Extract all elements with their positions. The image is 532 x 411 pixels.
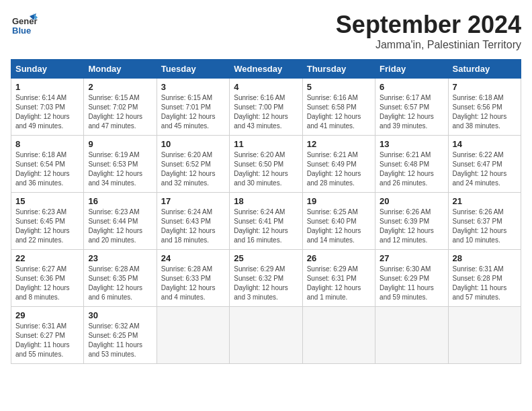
calendar-cell bbox=[157, 307, 229, 364]
day-info: Sunrise: 6:31 AMSunset: 6:28 PMDaylight:… bbox=[453, 265, 517, 302]
calendar-cell: 2Sunrise: 6:15 AMSunset: 7:02 PMDaylight… bbox=[84, 79, 157, 136]
day-number: 5 bbox=[307, 82, 371, 92]
day-number: 14 bbox=[453, 139, 517, 149]
calendar-cell: 11Sunrise: 6:20 AMSunset: 6:50 PMDayligh… bbox=[230, 136, 302, 193]
calendar-cell: 6Sunrise: 6:17 AMSunset: 6:57 PMDaylight… bbox=[375, 79, 448, 136]
week-row-1: 1Sunrise: 6:14 AMSunset: 7:03 PMDaylight… bbox=[11, 79, 521, 136]
day-info: Sunrise: 6:30 AMSunset: 6:29 PMDaylight:… bbox=[380, 265, 443, 302]
header-row: SundayMondayTuesdayWednesdayThursdayFrid… bbox=[11, 60, 521, 79]
day-number: 8 bbox=[15, 139, 79, 149]
calendar-cell bbox=[448, 307, 521, 364]
day-number: 21 bbox=[453, 196, 517, 206]
day-number: 22 bbox=[15, 253, 79, 263]
day-info: Sunrise: 6:29 AMSunset: 6:31 PMDaylight:… bbox=[307, 265, 371, 302]
day-info: Sunrise: 6:15 AMSunset: 7:02 PMDaylight:… bbox=[88, 93, 152, 131]
day-info: Sunrise: 6:21 AMSunset: 6:49 PMDaylight:… bbox=[307, 150, 371, 188]
day-number: 9 bbox=[88, 139, 152, 149]
day-number: 11 bbox=[234, 139, 298, 149]
page-header: General Blue September 2024 Jamma'in, Pa… bbox=[11, 11, 521, 51]
calendar-cell: 16Sunrise: 6:23 AMSunset: 6:44 PMDayligh… bbox=[84, 193, 157, 250]
day-info: Sunrise: 6:18 AMSunset: 6:54 PMDaylight:… bbox=[15, 150, 79, 188]
calendar-cell: 3Sunrise: 6:15 AMSunset: 7:01 PMDaylight… bbox=[157, 79, 229, 136]
logo-icon: General Blue bbox=[11, 11, 38, 38]
day-info: Sunrise: 6:15 AMSunset: 7:01 PMDaylight:… bbox=[161, 93, 225, 131]
day-number: 2 bbox=[88, 82, 152, 92]
calendar-cell: 9Sunrise: 6:19 AMSunset: 6:53 PMDaylight… bbox=[84, 136, 157, 193]
day-number: 18 bbox=[234, 196, 298, 206]
day-info: Sunrise: 6:16 AMSunset: 6:58 PMDaylight:… bbox=[307, 93, 371, 131]
day-info: Sunrise: 6:24 AMSunset: 6:41 PMDaylight:… bbox=[234, 208, 298, 245]
calendar-cell: 17Sunrise: 6:24 AMSunset: 6:43 PMDayligh… bbox=[157, 193, 229, 250]
day-number: 24 bbox=[161, 253, 225, 263]
day-number: 3 bbox=[161, 82, 225, 92]
calendar-cell: 1Sunrise: 6:14 AMSunset: 7:03 PMDaylight… bbox=[11, 79, 84, 136]
day-info: Sunrise: 6:25 AMSunset: 6:40 PMDaylight:… bbox=[307, 208, 371, 245]
svg-text:Blue: Blue bbox=[12, 26, 31, 36]
day-number: 13 bbox=[380, 139, 443, 149]
calendar-table: SundayMondayTuesdayWednesdayThursdayFrid… bbox=[11, 59, 521, 364]
calendar-cell: 24Sunrise: 6:28 AMSunset: 6:33 PMDayligh… bbox=[157, 250, 229, 307]
calendar-cell: 15Sunrise: 6:23 AMSunset: 6:45 PMDayligh… bbox=[11, 193, 84, 250]
col-header-thursday: Thursday bbox=[302, 60, 375, 79]
calendar-cell: 7Sunrise: 6:18 AMSunset: 6:56 PMDaylight… bbox=[448, 79, 521, 136]
col-header-saturday: Saturday bbox=[448, 60, 521, 79]
day-number: 23 bbox=[88, 253, 152, 263]
calendar-cell: 8Sunrise: 6:18 AMSunset: 6:54 PMDaylight… bbox=[11, 136, 84, 193]
day-info: Sunrise: 6:20 AMSunset: 6:50 PMDaylight:… bbox=[234, 150, 298, 188]
day-number: 29 bbox=[15, 310, 79, 320]
calendar-cell: 5Sunrise: 6:16 AMSunset: 6:58 PMDaylight… bbox=[302, 79, 375, 136]
calendar-cell: 19Sunrise: 6:25 AMSunset: 6:40 PMDayligh… bbox=[302, 193, 375, 250]
calendar-cell: 18Sunrise: 6:24 AMSunset: 6:41 PMDayligh… bbox=[230, 193, 302, 250]
month-title: September 2024 bbox=[336, 11, 521, 39]
col-header-tuesday: Tuesday bbox=[157, 60, 229, 79]
calendar-cell bbox=[375, 307, 448, 364]
day-info: Sunrise: 6:14 AMSunset: 7:03 PMDaylight:… bbox=[15, 93, 79, 131]
col-header-sunday: Sunday bbox=[11, 60, 84, 79]
day-info: Sunrise: 6:20 AMSunset: 6:52 PMDaylight:… bbox=[161, 150, 225, 188]
col-header-friday: Friday bbox=[375, 60, 448, 79]
calendar-cell: 21Sunrise: 6:26 AMSunset: 6:37 PMDayligh… bbox=[448, 193, 521, 250]
calendar-cell: 23Sunrise: 6:28 AMSunset: 6:35 PMDayligh… bbox=[84, 250, 157, 307]
day-number: 10 bbox=[161, 139, 225, 149]
day-info: Sunrise: 6:17 AMSunset: 6:57 PMDaylight:… bbox=[380, 93, 443, 131]
day-number: 15 bbox=[15, 196, 79, 206]
day-number: 19 bbox=[307, 196, 371, 206]
day-number: 28 bbox=[453, 253, 517, 263]
calendar-cell: 20Sunrise: 6:26 AMSunset: 6:39 PMDayligh… bbox=[375, 193, 448, 250]
calendar-cell: 25Sunrise: 6:29 AMSunset: 6:32 PMDayligh… bbox=[230, 250, 302, 307]
day-info: Sunrise: 6:22 AMSunset: 6:47 PMDaylight:… bbox=[453, 150, 517, 188]
day-number: 20 bbox=[380, 196, 443, 206]
day-info: Sunrise: 6:18 AMSunset: 6:56 PMDaylight:… bbox=[453, 93, 517, 131]
week-row-2: 8Sunrise: 6:18 AMSunset: 6:54 PMDaylight… bbox=[11, 136, 521, 193]
calendar-cell: 14Sunrise: 6:22 AMSunset: 6:47 PMDayligh… bbox=[448, 136, 521, 193]
day-info: Sunrise: 6:28 AMSunset: 6:33 PMDaylight:… bbox=[161, 265, 225, 302]
calendar-cell: 10Sunrise: 6:20 AMSunset: 6:52 PMDayligh… bbox=[157, 136, 229, 193]
logo: General Blue bbox=[11, 11, 38, 40]
calendar-cell: 29Sunrise: 6:31 AMSunset: 6:27 PMDayligh… bbox=[11, 307, 84, 364]
calendar-cell bbox=[302, 307, 375, 364]
day-number: 25 bbox=[234, 253, 298, 263]
day-info: Sunrise: 6:26 AMSunset: 6:39 PMDaylight:… bbox=[380, 208, 443, 245]
day-number: 16 bbox=[88, 196, 152, 206]
day-number: 4 bbox=[234, 82, 298, 92]
title-block: September 2024 Jamma'in, Palestinian Ter… bbox=[336, 11, 521, 51]
calendar-cell: 28Sunrise: 6:31 AMSunset: 6:28 PMDayligh… bbox=[448, 250, 521, 307]
day-info: Sunrise: 6:23 AMSunset: 6:44 PMDaylight:… bbox=[88, 208, 152, 245]
day-info: Sunrise: 6:26 AMSunset: 6:37 PMDaylight:… bbox=[453, 208, 517, 245]
location-subtitle: Jamma'in, Palestinian Territory bbox=[336, 39, 521, 51]
week-row-5: 29Sunrise: 6:31 AMSunset: 6:27 PMDayligh… bbox=[11, 307, 521, 364]
day-info: Sunrise: 6:27 AMSunset: 6:36 PMDaylight:… bbox=[15, 265, 79, 302]
calendar-cell: 26Sunrise: 6:29 AMSunset: 6:31 PMDayligh… bbox=[302, 250, 375, 307]
day-info: Sunrise: 6:29 AMSunset: 6:32 PMDaylight:… bbox=[234, 265, 298, 302]
col-header-wednesday: Wednesday bbox=[230, 60, 302, 79]
calendar-cell: 13Sunrise: 6:21 AMSunset: 6:48 PMDayligh… bbox=[375, 136, 448, 193]
day-number: 30 bbox=[88, 310, 152, 320]
calendar-cell: 27Sunrise: 6:30 AMSunset: 6:29 PMDayligh… bbox=[375, 250, 448, 307]
calendar-cell: 30Sunrise: 6:32 AMSunset: 6:25 PMDayligh… bbox=[84, 307, 157, 364]
day-info: Sunrise: 6:16 AMSunset: 7:00 PMDaylight:… bbox=[234, 93, 298, 131]
calendar-cell: 4Sunrise: 6:16 AMSunset: 7:00 PMDaylight… bbox=[230, 79, 302, 136]
day-number: 26 bbox=[307, 253, 371, 263]
col-header-monday: Monday bbox=[84, 60, 157, 79]
day-number: 1 bbox=[15, 82, 79, 92]
day-info: Sunrise: 6:23 AMSunset: 6:45 PMDaylight:… bbox=[15, 208, 79, 245]
